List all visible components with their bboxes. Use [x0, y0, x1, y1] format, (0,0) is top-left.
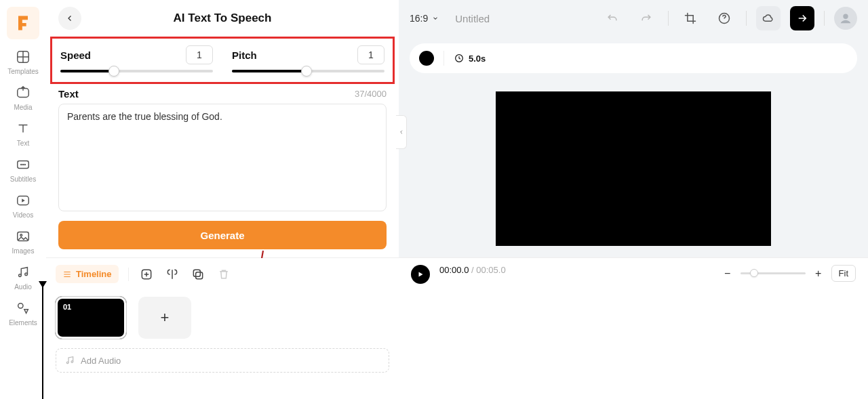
redo-button[interactable] — [634, 6, 658, 30]
aspect-ratio-value: 16:9 — [410, 13, 428, 24]
subtitles-icon — [15, 156, 31, 173]
clip-color-swatch[interactable] — [419, 51, 434, 66]
nav-label: Elements — [9, 319, 37, 327]
undo-button[interactable] — [600, 6, 625, 30]
images-icon — [15, 228, 31, 245]
cloud-button[interactable] — [756, 6, 781, 30]
clip-number: 01 — [63, 303, 71, 311]
svg-point-3 — [21, 164, 22, 165]
svg-point-10 — [25, 273, 28, 276]
crop-button[interactable] — [678, 6, 703, 30]
play-icon — [416, 270, 425, 278]
svg-point-18 — [66, 362, 68, 364]
split-button[interactable] — [164, 266, 180, 282]
svg-point-19 — [71, 361, 73, 363]
text-char-count: 37/4000 — [355, 89, 387, 99]
generate-button[interactable]: Generate — [58, 221, 387, 249]
clip-duration: 5.0s — [454, 53, 486, 64]
nav-media[interactable]: Media — [14, 85, 32, 111]
add-audio-label: Add Audio — [81, 356, 121, 366]
aspect-ratio-dropdown[interactable]: 16:9 — [410, 13, 439, 24]
export-button[interactable] — [790, 6, 814, 30]
nav-elements[interactable]: Elements — [9, 300, 37, 327]
user-avatar[interactable] — [834, 7, 857, 30]
pitch-slider[interactable] — [232, 70, 384, 72]
timeline-icon — [62, 270, 72, 279]
clock-icon — [454, 53, 465, 64]
nav-label: Images — [12, 247, 35, 255]
add-audio-button[interactable]: Add Audio — [56, 348, 389, 373]
nav-label: Audio — [14, 283, 32, 291]
nav-label: Text — [17, 140, 29, 147]
speed-label: Speed — [60, 49, 91, 61]
videos-icon — [15, 192, 31, 209]
add-clip-button[interactable]: + — [138, 297, 191, 339]
nav-images[interactable]: Images — [12, 228, 35, 255]
tts-text-input[interactable] — [58, 104, 387, 211]
nav-videos[interactable]: Videos — [13, 192, 33, 219]
current-time: 00:00.0 — [439, 265, 469, 275]
svg-point-11 — [18, 303, 23, 308]
clip-info-bar[interactable]: 5.0s — [410, 43, 857, 73]
svg-rect-16 — [195, 272, 202, 278]
duplicate-button[interactable] — [190, 266, 206, 282]
elements-icon — [15, 300, 31, 316]
highlight-annotation: Speed 1 Pitch 1 — [50, 37, 395, 84]
clip-duration-value: 5.0s — [469, 54, 486, 64]
pitch-value-input[interactable]: 1 — [357, 45, 384, 64]
pitch-label: Pitch — [232, 49, 257, 61]
svg-rect-17 — [193, 270, 200, 276]
add-button[interactable] — [138, 266, 155, 282]
zoom-out-button[interactable]: − — [722, 268, 734, 280]
panel-title: AI Text To Speech — [46, 12, 399, 25]
playback-time: 00:00.0 / 00:05.0 — [439, 265, 506, 275]
help-button[interactable] — [712, 6, 736, 30]
project-title-input[interactable] — [455, 13, 536, 24]
nav-templates[interactable]: Templates — [7, 49, 39, 75]
speed-slider[interactable] — [60, 70, 213, 72]
nav-text[interactable]: Text — [15, 121, 31, 147]
timeline-playhead[interactable] — [42, 285, 43, 399]
timeline-badge-label: Timeline — [76, 269, 112, 279]
zoom-in-button[interactable]: + — [812, 268, 825, 280]
media-icon — [15, 85, 31, 101]
svg-point-13 — [843, 14, 848, 19]
svg-point-5 — [24, 164, 25, 165]
svg-point-8 — [20, 234, 22, 236]
nav-label: Media — [14, 104, 32, 111]
audio-icon — [15, 264, 31, 280]
chevron-down-icon — [432, 15, 439, 22]
total-time: 00:05.0 — [476, 265, 505, 275]
timeline-toggle[interactable]: Timeline — [56, 265, 119, 283]
nav-label: Templates — [7, 68, 39, 75]
templates-icon — [15, 49, 31, 65]
speed-value-input[interactable]: 1 — [186, 45, 213, 64]
fit-button[interactable]: Fit — [831, 265, 856, 282]
music-note-icon — [64, 355, 75, 366]
clip-thumbnail[interactable]: 01 — [56, 297, 126, 339]
back-button[interactable] — [58, 7, 81, 30]
svg-point-9 — [19, 274, 22, 277]
text-label: Text — [58, 88, 79, 100]
app-logo[interactable] — [7, 7, 39, 39]
svg-point-4 — [22, 164, 23, 165]
delete-button[interactable] — [216, 266, 232, 282]
nav-label: Videos — [13, 211, 33, 219]
play-button[interactable] — [411, 265, 430, 284]
nav-subtitles[interactable]: Subtitles — [10, 156, 36, 183]
nav-label: Subtitles — [10, 175, 36, 183]
nav-audio[interactable]: Audio — [14, 264, 32, 291]
text-icon — [15, 121, 31, 137]
video-preview[interactable] — [496, 91, 771, 246]
zoom-slider[interactable] — [741, 272, 806, 274]
collapse-panel-button[interactable] — [396, 115, 407, 149]
